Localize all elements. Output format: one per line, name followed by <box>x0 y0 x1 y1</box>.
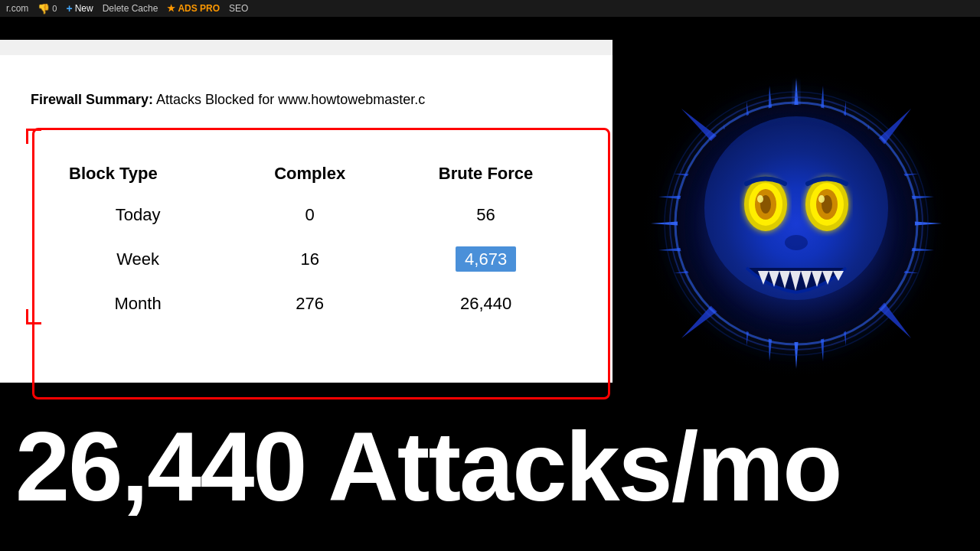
col-complex: Complex <box>230 155 390 193</box>
ads-pro-label: ADS PRO <box>178 3 220 14</box>
domain-label: r.com <box>6 3 28 14</box>
cell-complex: 0 <box>230 193 390 237</box>
table-row: Today 0 56 <box>46 193 582 237</box>
seo-label: SEO <box>229 3 248 14</box>
monster-svg <box>635 63 957 384</box>
svg-point-33 <box>757 195 763 203</box>
delete-cache-label: Delete Cache <box>103 3 158 14</box>
table-row: Month 276 26,440 <box>46 282 582 326</box>
cell-period: Month <box>46 282 230 326</box>
highlighted-value: 4,673 <box>456 246 516 272</box>
seo-button[interactable]: SEO <box>229 3 248 14</box>
firewall-title-bold: Firewall Summary: <box>31 92 153 107</box>
table-row: Week 16 4,673 <box>46 237 582 282</box>
main-content: Firewall Summary: Attacks Blocked for ww… <box>0 17 980 551</box>
star-icon: ★ <box>167 3 175 14</box>
ads-pro-button[interactable]: ★ ADS PRO <box>167 3 220 14</box>
thumbs-down-widget[interactable]: 👎 0 <box>38 3 57 15</box>
firewall-title-regular: Attacks Blocked for www.howtowebmaster.c <box>153 92 425 107</box>
firewall-table: Block Type Complex Brute Force Today 0 5… <box>46 155 582 326</box>
firewall-header: Firewall Summary: Attacks Blocked for ww… <box>31 92 425 108</box>
new-label: New <box>75 3 93 14</box>
red-corner-tl <box>26 129 41 144</box>
cell-brute-force: 4,673 <box>390 237 582 282</box>
delete-cache-button[interactable]: Delete Cache <box>103 3 158 14</box>
cell-complex: 276 <box>230 282 390 326</box>
cell-period: Today <box>46 193 230 237</box>
svg-point-39 <box>785 235 808 250</box>
new-button[interactable]: + New <box>66 2 93 15</box>
browser-content: Firewall Summary: Attacks Blocked for ww… <box>0 55 612 407</box>
browser-panel: Firewall Summary: Attacks Blocked for ww… <box>0 40 612 407</box>
table-header-row: Block Type Complex Brute Force <box>46 155 582 193</box>
red-corner-bl <box>26 309 41 324</box>
toolbar: r.com 👎 0 + New Delete Cache ★ ADS PRO S… <box>0 0 980 17</box>
bottom-attack-text-container: 26,440 Attacks/mo <box>0 383 980 551</box>
monster-panel <box>612 40 980 407</box>
cell-period: Week <box>46 237 230 282</box>
col-block-type: Block Type <box>46 155 230 193</box>
table-body: Today 0 56 Week 16 4,673 Month 276 26, <box>46 193 582 326</box>
thumb-count: 0 <box>52 4 57 13</box>
monster-image <box>635 63 957 384</box>
svg-point-38 <box>818 195 825 203</box>
col-brute-force: Brute Force <box>390 155 582 193</box>
cell-brute-force: 56 <box>390 193 582 237</box>
attack-count-text: 26,440 Attacks/mo <box>15 418 841 516</box>
plus-icon: + <box>66 2 72 15</box>
cell-brute-force: 26,440 <box>390 282 582 326</box>
thumbsdown-icon: 👎 <box>38 3 50 15</box>
cell-complex: 16 <box>230 237 390 282</box>
